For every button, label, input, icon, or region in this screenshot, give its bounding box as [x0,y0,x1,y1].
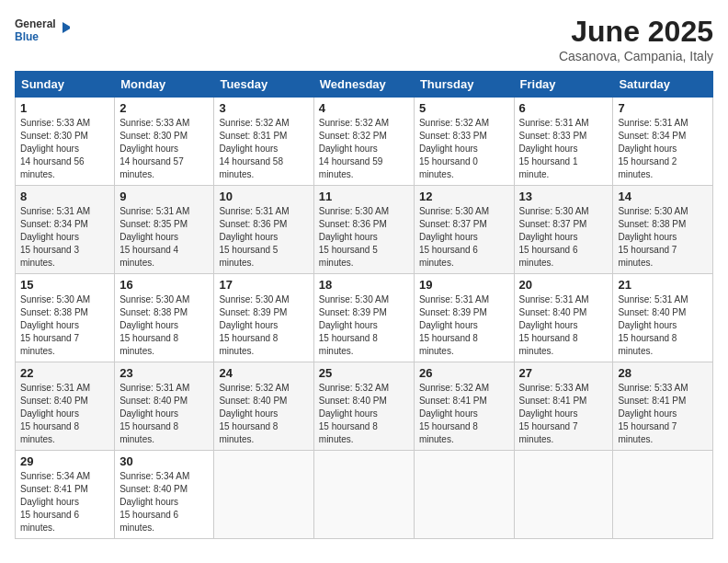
day-number: 16 [119,278,209,292]
day-info: Sunrise: 5:30 AMSunset: 8:37 PMDaylight … [419,205,509,270]
header-row: Sunday Monday Tuesday Wednesday Thursday… [16,72,713,98]
col-monday: Monday [115,72,214,98]
day-number: 13 [519,190,609,203]
day-number: 28 [618,366,708,380]
day-number: 2 [119,101,209,115]
day-info: Sunrise: 5:33 AMSunset: 8:41 PMDaylight … [519,382,609,446]
col-thursday: Thursday [414,72,514,98]
day-number: 25 [319,366,409,380]
day-info: Sunrise: 5:31 AMSunset: 8:35 PMDaylight … [119,205,209,270]
calendar-row: 15Sunrise: 5:30 AMSunset: 8:38 PMDayligh… [16,274,713,362]
day-info: Sunrise: 5:32 AMSunset: 8:33 PMDaylight … [419,117,509,181]
calendar-table: Sunday Monday Tuesday Wednesday Thursday… [15,71,713,539]
col-wednesday: Wednesday [313,72,414,98]
day-info: Sunrise: 5:31 AMSunset: 8:36 PMDaylight … [219,205,308,270]
day-number: 26 [419,366,509,380]
location: Casanova, Campania, Italy [559,49,713,63]
table-row: 20Sunrise: 5:31 AMSunset: 8:40 PMDayligh… [514,274,613,362]
calendar-row: 29Sunrise: 5:34 AMSunset: 8:41 PMDayligh… [16,451,713,539]
day-info: Sunrise: 5:34 AMSunset: 8:40 PMDaylight … [119,470,209,534]
day-info: Sunrise: 5:30 AMSunset: 8:39 PMDaylight … [319,293,409,358]
calendar-row: 1Sunrise: 5:33 AMSunset: 8:30 PMDaylight… [16,98,713,186]
svg-text:Blue: Blue [15,30,39,43]
table-row: 2Sunrise: 5:33 AMSunset: 8:30 PMDaylight… [115,98,214,186]
day-info: Sunrise: 5:32 AMSunset: 8:40 PMDaylight … [219,382,308,446]
svg-marker-1 [63,22,70,33]
day-info: Sunrise: 5:31 AMSunset: 8:40 PMDaylight … [119,382,209,446]
day-info: Sunrise: 5:30 AMSunset: 8:38 PMDaylight … [20,293,109,358]
day-number: 12 [419,190,509,203]
day-info: Sunrise: 5:32 AMSunset: 8:41 PMDaylight … [419,382,509,446]
day-number: 5 [419,101,509,115]
day-number: 4 [319,101,409,115]
day-info: Sunrise: 5:33 AMSunset: 8:41 PMDaylight … [618,382,708,446]
logo-svg: General Blue [15,15,70,46]
col-friday: Friday [514,72,613,98]
day-number: 8 [20,190,109,203]
col-saturday: Saturday [613,72,713,98]
table-row: 27Sunrise: 5:33 AMSunset: 8:41 PMDayligh… [514,362,613,451]
day-info: Sunrise: 5:32 AMSunset: 8:40 PMDaylight … [319,382,409,446]
day-number: 7 [618,101,708,115]
day-info: Sunrise: 5:30 AMSunset: 8:36 PMDaylight … [319,205,409,270]
table-row: 12Sunrise: 5:30 AMSunset: 8:37 PMDayligh… [414,186,514,274]
table-row: 18Sunrise: 5:30 AMSunset: 8:39 PMDayligh… [313,274,414,362]
table-row: 26Sunrise: 5:32 AMSunset: 8:41 PMDayligh… [414,362,514,451]
col-sunday: Sunday [16,72,115,98]
day-info: Sunrise: 5:32 AMSunset: 8:31 PMDaylight … [219,117,308,181]
calendar-row: 22Sunrise: 5:31 AMSunset: 8:40 PMDayligh… [16,362,713,451]
table-row: 17Sunrise: 5:30 AMSunset: 8:39 PMDayligh… [214,274,313,362]
day-number: 11 [319,190,409,203]
day-info: Sunrise: 5:32 AMSunset: 8:32 PMDaylight … [319,117,409,181]
day-number: 18 [319,278,409,292]
table-row: 13Sunrise: 5:30 AMSunset: 8:37 PMDayligh… [514,186,613,274]
table-row [414,451,514,539]
table-row [514,451,613,539]
table-row: 8Sunrise: 5:31 AMSunset: 8:34 PMDaylight… [16,186,115,274]
day-info: Sunrise: 5:30 AMSunset: 8:39 PMDaylight … [219,293,308,358]
table-row: 9Sunrise: 5:31 AMSunset: 8:35 PMDaylight… [115,186,214,274]
day-number: 23 [119,366,209,380]
table-row: 1Sunrise: 5:33 AMSunset: 8:30 PMDaylight… [16,98,115,186]
day-info: Sunrise: 5:31 AMSunset: 8:34 PMDaylight … [618,117,708,181]
day-number: 15 [20,278,109,292]
table-row: 25Sunrise: 5:32 AMSunset: 8:40 PMDayligh… [313,362,414,451]
day-number: 21 [618,278,708,292]
day-number: 22 [20,366,109,380]
table-row: 14Sunrise: 5:30 AMSunset: 8:38 PMDayligh… [613,186,713,274]
table-row: 22Sunrise: 5:31 AMSunset: 8:40 PMDayligh… [16,362,115,451]
table-row: 5Sunrise: 5:32 AMSunset: 8:33 PMDaylight… [414,98,514,186]
table-row: 11Sunrise: 5:30 AMSunset: 8:36 PMDayligh… [313,186,414,274]
day-info: Sunrise: 5:33 AMSunset: 8:30 PMDaylight … [119,117,209,181]
day-info: Sunrise: 5:31 AMSunset: 8:40 PMDaylight … [20,382,109,446]
table-row: 16Sunrise: 5:30 AMSunset: 8:38 PMDayligh… [115,274,214,362]
day-number: 20 [519,278,609,292]
table-row: 10Sunrise: 5:31 AMSunset: 8:36 PMDayligh… [214,186,313,274]
title-block: June 2025 Casanova, Campania, Italy [559,15,713,63]
day-info: Sunrise: 5:31 AMSunset: 8:34 PMDaylight … [20,205,109,270]
table-row [613,451,713,539]
col-tuesday: Tuesday [214,72,313,98]
table-row: 6Sunrise: 5:31 AMSunset: 8:33 PMDaylight… [514,98,613,186]
table-row: 21Sunrise: 5:31 AMSunset: 8:40 PMDayligh… [613,274,713,362]
table-row: 24Sunrise: 5:32 AMSunset: 8:40 PMDayligh… [214,362,313,451]
table-row: 3Sunrise: 5:32 AMSunset: 8:31 PMDaylight… [214,98,313,186]
table-row: 23Sunrise: 5:31 AMSunset: 8:40 PMDayligh… [115,362,214,451]
day-info: Sunrise: 5:30 AMSunset: 8:38 PMDaylight … [119,293,209,358]
svg-text:General: General [15,17,56,30]
day-number: 19 [419,278,509,292]
day-number: 3 [219,101,308,115]
page-header: General Blue June 2025 Casanova, Campani… [15,15,713,63]
day-number: 14 [618,190,708,203]
day-number: 6 [519,101,609,115]
month-title: June 2025 [559,15,713,49]
table-row: 19Sunrise: 5:31 AMSunset: 8:39 PMDayligh… [414,274,514,362]
table-row: 15Sunrise: 5:30 AMSunset: 8:38 PMDayligh… [16,274,115,362]
table-row: 30Sunrise: 5:34 AMSunset: 8:40 PMDayligh… [115,451,214,539]
calendar-row: 8Sunrise: 5:31 AMSunset: 8:34 PMDaylight… [16,186,713,274]
day-number: 9 [119,190,209,203]
day-number: 29 [20,454,109,468]
day-info: Sunrise: 5:31 AMSunset: 8:40 PMDaylight … [618,293,708,358]
day-number: 24 [219,366,308,380]
day-info: Sunrise: 5:31 AMSunset: 8:40 PMDaylight … [519,293,609,358]
